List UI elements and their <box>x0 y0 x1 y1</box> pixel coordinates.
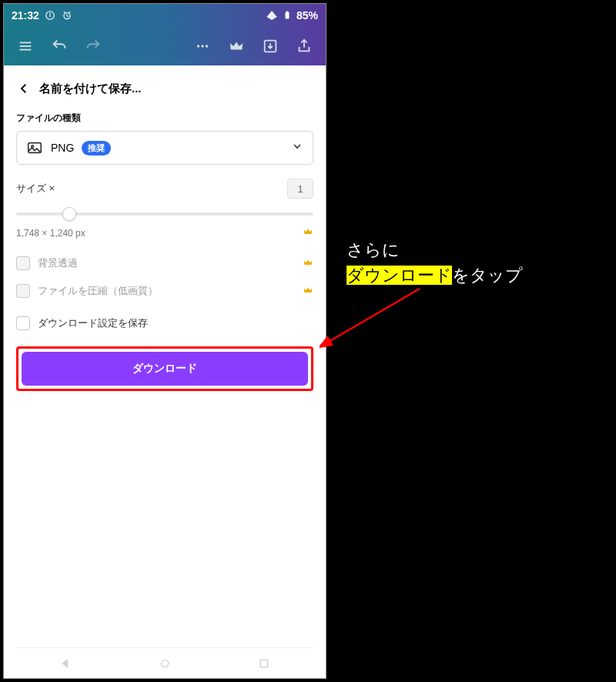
premium-crown-icon <box>303 285 313 298</box>
android-nav-bar <box>16 647 313 678</box>
annotation-text: さらに ダウンロードをタップ <box>346 237 523 288</box>
alarm-icon <box>61 9 73 22</box>
crown-icon[interactable] <box>221 31 252 62</box>
battery-percent: 85% <box>296 9 318 22</box>
annotation-highlight: ダウンロード <box>346 266 452 285</box>
status-bar: 21:32 85% <box>4 4 326 27</box>
chevron-down-icon <box>291 140 303 155</box>
download-highlight-box: ダウンロード <box>16 346 313 391</box>
svg-point-2 <box>49 13 50 14</box>
transparent-label: 背景透過 <box>38 256 78 270</box>
app-toolbar <box>4 27 326 65</box>
info-icon <box>44 9 56 22</box>
annotation-line1: さらに <box>346 240 400 259</box>
undo-icon[interactable] <box>44 31 75 62</box>
file-type-select[interactable]: PNG 推奨 <box>16 131 313 165</box>
svg-rect-8 <box>285 12 289 19</box>
file-type-label: ファイルの種類 <box>16 112 313 125</box>
download-sheet: 名前を付けて保存... ファイルの種類 PNG 推奨 サイズ × 1 1,748… <box>4 69 326 678</box>
nav-recent-icon[interactable] <box>256 656 272 671</box>
svg-line-21 <box>327 289 420 343</box>
svg-point-19 <box>161 660 168 667</box>
svg-point-13 <box>197 45 199 47</box>
annotation-line2: をタップ <box>452 266 523 285</box>
redo-icon[interactable] <box>78 31 109 62</box>
dimensions-text: 1,748 × 1,240 px <box>16 228 85 239</box>
image-icon <box>26 139 43 156</box>
download-button[interactable]: ダウンロード <box>22 352 308 386</box>
size-label: サイズ × <box>16 182 55 196</box>
slider-thumb[interactable] <box>62 207 76 221</box>
svg-line-7 <box>69 12 70 12</box>
sheet-title: 名前を付けて保存... <box>39 82 142 96</box>
share-icon[interactable] <box>289 31 320 62</box>
status-time: 21:32 <box>12 9 39 22</box>
premium-crown-icon <box>303 226 313 240</box>
menu-icon[interactable] <box>10 31 41 62</box>
phone-frame: 21:32 85% <box>3 3 326 679</box>
svg-point-14 <box>201 45 203 47</box>
compress-checkbox[interactable] <box>16 284 30 298</box>
more-icon[interactable] <box>187 31 218 62</box>
back-icon[interactable] <box>16 81 32 96</box>
svg-rect-9 <box>286 12 288 13</box>
nav-back-icon[interactable] <box>58 656 73 671</box>
svg-point-15 <box>206 45 208 47</box>
svg-line-6 <box>64 12 65 12</box>
premium-crown-icon <box>303 257 313 270</box>
size-value[interactable]: 1 <box>287 179 313 199</box>
recommended-badge: 推奨 <box>82 141 111 155</box>
annotation-arrow <box>320 285 427 354</box>
save-settings-label: ダウンロード設定を保存 <box>38 316 148 330</box>
svg-rect-20 <box>260 660 267 667</box>
battery-icon <box>281 9 293 22</box>
file-type-value: PNG <box>51 142 74 154</box>
save-settings-checkbox[interactable] <box>16 316 30 330</box>
download-icon[interactable] <box>255 31 286 62</box>
compress-label: ファイルを圧縮（低画質） <box>38 284 158 298</box>
svg-line-5 <box>67 16 69 17</box>
wifi-icon <box>266 9 278 22</box>
nav-home-icon[interactable] <box>157 656 172 671</box>
size-slider[interactable] <box>16 205 313 223</box>
transparent-checkbox[interactable] <box>16 256 30 270</box>
